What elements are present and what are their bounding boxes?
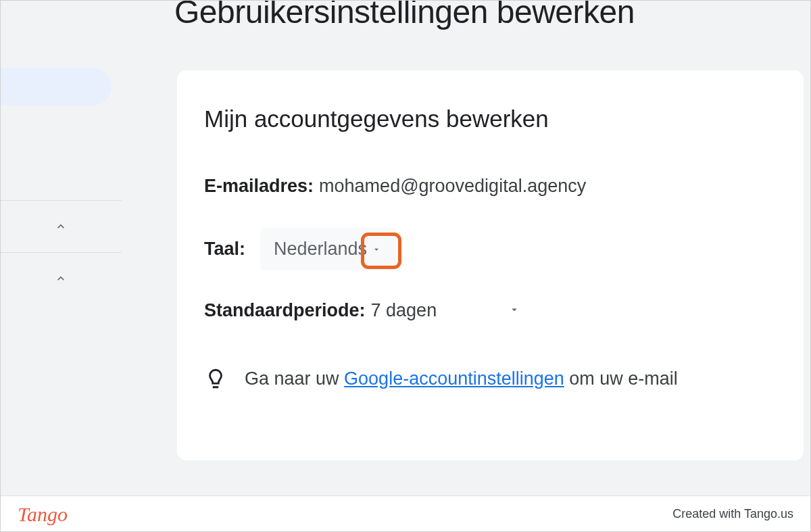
sidebar-expand-section-1[interactable] [0,201,122,252]
tango-logo[interactable]: Tango [18,503,68,526]
card-title: Mijn accountgegevens bewerken [204,105,777,132]
period-dropdown[interactable] [508,304,520,318]
language-field-row: Taal: Nederlands [204,228,777,270]
chevron-up-icon [53,218,69,235]
sidebar-item-selected[interactable] [0,68,112,105]
main-card: Mijn accountgegevens bewerken E-mailadre… [177,70,804,460]
hint-prefix: Ga naar uw [245,368,344,389]
chevron-up-icon [53,270,69,287]
language-label: Taal: [204,239,245,260]
footer: Tango Created with Tango.us [0,495,811,532]
email-label: E-mailadres: [204,176,314,197]
footer-credit: Created with Tango.us [672,507,793,521]
period-field-row: Standaardperiode: 7 dagen [204,300,777,321]
sidebar-expand-section-2[interactable] [0,253,122,304]
language-value: Nederlands [274,239,367,260]
google-account-settings-link[interactable]: Google-accountinstellingen [344,368,564,389]
language-dropdown[interactable]: Nederlands [260,228,397,270]
hint-text: Ga naar uw Google-accountinstellingen om… [245,368,678,389]
dropdown-arrow-icon [370,243,383,256]
period-label: Standaardperiode: [204,300,366,321]
page-title: Gebruikersinstellingen bewerken [174,0,635,30]
hint-row: Ga naar uw Google-accountinstellingen om… [204,367,777,390]
hint-suffix: om uw e-mail [564,368,678,389]
lightbulb-icon [204,367,227,390]
email-field-row: E-mailadres: mohamed@groovedigital.agenc… [204,176,777,197]
sidebar [0,68,122,304]
email-value: mohamed@groovedigital.agency [319,176,586,197]
period-value: 7 dagen [371,300,437,321]
card-content: Mijn accountgegevens bewerken E-mailadre… [177,70,804,417]
